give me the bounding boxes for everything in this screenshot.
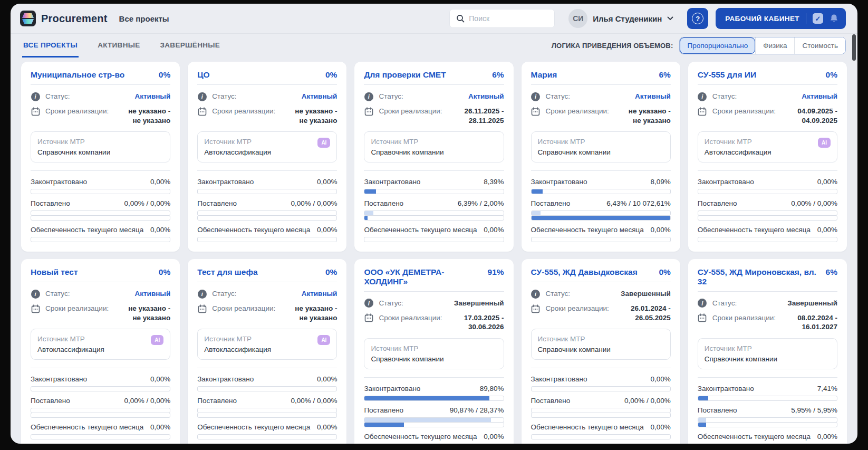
- progress-fill: [532, 211, 541, 215]
- project-card[interactable]: Для проверки СМЕТ 6% i Статус: Активный: [354, 62, 513, 252]
- scrollbar-thumb[interactable]: [852, 34, 856, 61]
- project-percent: 0%: [826, 70, 837, 80]
- project-title: СУ-555, ЖД Мироновская, вл. 32: [698, 267, 822, 286]
- mtr-source-box[interactable]: Источник МТР Справочник компании AI: [698, 338, 837, 369]
- progress-track: [364, 422, 504, 427]
- contracted-metric: Законтрактовано 0,00%: [698, 178, 837, 194]
- segment-cost[interactable]: Стоимость: [794, 37, 845, 54]
- user-menu[interactable]: СИ Илья Студеникин: [568, 9, 673, 28]
- delivered-metric: Поставлено 0,00% / 0,00%: [197, 199, 337, 221]
- coverage-value: 0,00%: [651, 423, 671, 431]
- mtr-source-value: Автоклассификация: [37, 346, 104, 353]
- contracted-metric: Законтрактовано 0,00%: [31, 178, 170, 194]
- delivered-label: Поставлено: [364, 406, 403, 414]
- bell-icon[interactable]: [830, 14, 838, 23]
- coverage-label: Обеспеченность текущего месяца: [531, 226, 644, 234]
- contracted-value: 0,00%: [317, 178, 337, 186]
- contracted-value: 8,39%: [484, 178, 504, 186]
- mtr-source-box[interactable]: Источник МТР Автоклассификация AI: [31, 329, 170, 360]
- contracted-value: 89,80%: [480, 385, 504, 392]
- dates-label: Сроки реализации:: [45, 304, 109, 312]
- status-label: Статус:: [45, 92, 70, 100]
- contracted-label: Законтрактовано: [364, 385, 420, 392]
- progress-track: [197, 434, 337, 439]
- project-card[interactable]: СУ-555 для ИИ 0% i Статус: Активный Сро: [688, 62, 847, 252]
- delivered-value: 6,43% / 10 072,61%: [606, 199, 671, 207]
- progress-track: [364, 396, 504, 401]
- mtr-source-box[interactable]: Источник МТР Справочник компании AI: [364, 338, 504, 369]
- segment-physics[interactable]: Физика: [755, 37, 794, 54]
- tab-completed[interactable]: ЗАВЕРШЁННЫЕ: [159, 34, 221, 58]
- project-card[interactable]: СУ-555, ЖД Мироновская, вл. 32 6% i Стат…: [688, 259, 847, 444]
- project-card[interactable]: ООО «УК ДЕМЕТРА-ХОЛДИНГ» 91% i Статус: З…: [354, 259, 513, 444]
- project-card[interactable]: СУ-555, ЖД Давыдковская 0% i Статус: Зав…: [522, 259, 680, 444]
- contracted-value: 7,41%: [817, 385, 837, 392]
- dates-value: не указано -не указано: [295, 107, 337, 125]
- mtr-source-box[interactable]: Источник МТР Справочник компании AI: [531, 329, 671, 360]
- page-title: Все проекты: [119, 14, 169, 23]
- status-label: Статус:: [712, 299, 737, 307]
- mtr-source-box[interactable]: Источник МТР Справочник компании AI: [364, 131, 504, 162]
- mtr-source-box[interactable]: Источник МТР Автоклассификация AI: [197, 131, 337, 162]
- logo-text: Procurement: [41, 13, 108, 25]
- delivered-value: 0,00% / 0,00%: [291, 397, 337, 405]
- workspace-button[interactable]: РАБОЧИЙ КАБИНЕТ ✓: [716, 8, 846, 29]
- coverage-value: 0,00%: [651, 226, 671, 234]
- tab-all-projects[interactable]: ВСЕ ПРОЕКТЫ: [22, 34, 79, 58]
- contracted-label: Законтрактовано: [698, 385, 754, 392]
- progress-track: [31, 237, 170, 242]
- status-value: Активный: [468, 92, 504, 101]
- search-input[interactable]: [469, 14, 548, 23]
- mtr-source-label: Источник МТР: [37, 138, 110, 146]
- project-card[interactable]: Мария 6% i Статус: Активный Сроки реали: [522, 62, 680, 252]
- contracted-value: 0,00%: [817, 178, 837, 186]
- contracted-value: 0,00%: [651, 375, 671, 383]
- contracted-label: Законтрактовано: [531, 375, 587, 383]
- progress-track: [531, 386, 671, 391]
- workspace-button-label: РАБОЧИЙ КАБИНЕТ: [725, 15, 799, 23]
- progress-fill: [698, 423, 707, 427]
- progress-fill: [364, 423, 404, 427]
- project-title: ЦО: [197, 70, 209, 80]
- delivered-metric: Поставлено 0,00% / 0,00%: [698, 199, 837, 221]
- calendar-icon: [698, 107, 707, 116]
- mtr-source-label: Источник МТР: [371, 344, 443, 352]
- mtr-source-box[interactable]: Источник МТР Автоклассификация AI: [698, 131, 837, 162]
- project-percent: 0%: [159, 267, 170, 277]
- clipboard-check-icon[interactable]: ✓: [813, 13, 823, 24]
- coverage-label: Обеспеченность текущего месяца: [197, 423, 310, 431]
- dates-value: не указано -не указано: [295, 304, 337, 322]
- delivered-label: Поставлено: [698, 199, 737, 207]
- mtr-source-box[interactable]: Источник МТР Справочник компании AI: [31, 131, 170, 162]
- progress-track: [698, 189, 837, 194]
- dates-label: Сроки реализации:: [379, 313, 442, 322]
- segment-proportional[interactable]: Пропорционально: [680, 37, 755, 54]
- divider: [698, 377, 837, 378]
- delivered-metric: Поставлено 5,95% / 5,95%: [698, 406, 837, 427]
- divider: [31, 368, 170, 368]
- status-value: Завершенный: [787, 299, 837, 308]
- mtr-source-box[interactable]: Источник МТР Автоклассификация AI: [197, 329, 337, 360]
- mtr-source-label: Источник МТР: [371, 138, 443, 146]
- logo-cube-icon: [20, 11, 36, 26]
- info-icon: i: [698, 92, 707, 101]
- delivered-value: 0,00% / 0,00%: [291, 199, 337, 207]
- project-card[interactable]: Тест для шефа 0% i Статус: Активный Сро: [188, 259, 346, 444]
- progress-track: [197, 413, 337, 418]
- project-percent: 0%: [325, 267, 337, 277]
- search-box[interactable]: [449, 9, 555, 28]
- app-logo[interactable]: Procurement: [20, 11, 108, 26]
- status-label: Статус:: [45, 289, 70, 298]
- mtr-source-box[interactable]: Источник МТР Справочник компании AI: [531, 131, 671, 162]
- project-card[interactable]: ЦО 0% i Статус: Активный Сроки реализац: [188, 62, 346, 252]
- coverage-label: Обеспеченность текущего месяца: [364, 226, 477, 234]
- project-card[interactable]: Муниципальное стр-во 0% i Статус: Активн…: [21, 62, 180, 252]
- progress-track: [364, 237, 504, 242]
- volume-logic-label: ЛОГИКА ПРИВЕДЕНИЯ ОБЪЕМОВ:: [552, 42, 673, 50]
- mtr-source-value: Справочник компании: [371, 148, 443, 156]
- tab-active[interactable]: АКТИВНЫЕ: [97, 34, 141, 58]
- project-card[interactable]: Новый тест 0% i Статус: Активный Сроки: [21, 259, 180, 444]
- ai-badge: AI: [818, 138, 831, 148]
- status-label: Статус:: [546, 289, 570, 298]
- help-button[interactable]: ?: [687, 8, 708, 29]
